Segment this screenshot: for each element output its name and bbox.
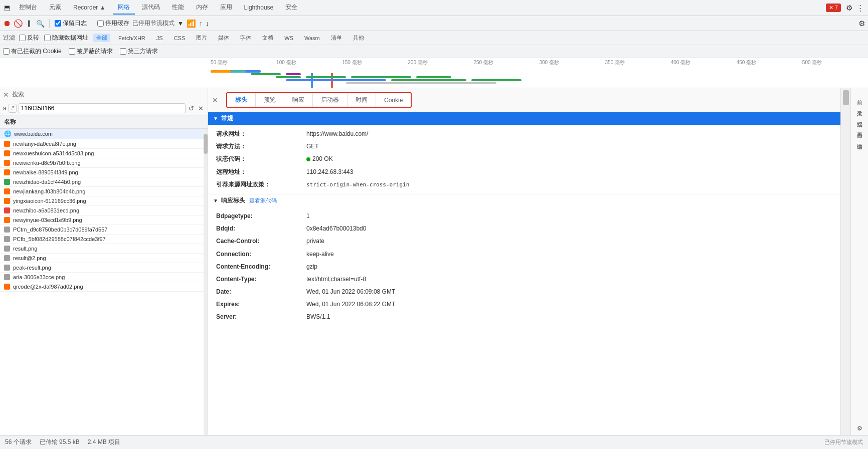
blocked-cookie-checkbox[interactable]: 有已拦截的 Cookie (3, 47, 62, 56)
search-icon[interactable]: 🔍 (36, 20, 44, 28)
list-item[interactable]: 🌐www.baidu.com (0, 129, 204, 139)
tab-memory[interactable]: 内存 (191, 1, 213, 15)
filter-doc[interactable]: 文档 (259, 34, 276, 42)
tab-preview[interactable]: 预览 (256, 93, 284, 107)
list-item[interactable]: yingxiaoicon-612169cc36.png (0, 196, 204, 206)
search-refresh-btn[interactable]: ↺ (188, 104, 195, 113)
list-item[interactable]: qrcode@2x-daf987ad02.png (0, 282, 204, 292)
detail-scrollbar[interactable] (840, 88, 850, 435)
download-icon[interactable]: ↓ (206, 20, 209, 28)
general-section-label: 常规 (221, 114, 233, 123)
upload-icon[interactable]: ↑ (199, 20, 203, 28)
tab-sources[interactable]: 源代码 (137, 1, 165, 15)
list-item-text: aria-3006e33cce.png (13, 274, 65, 280)
search-input-row: ✕ 搜索 (0, 88, 208, 101)
filter-font[interactable]: 字体 (237, 34, 254, 42)
list-item[interactable]: aria-3006e33cce.png (0, 273, 204, 282)
list-item-text: newzhidao-da1cf444b0.png (13, 179, 81, 185)
name-list-header: 名称 (0, 116, 208, 129)
network-settings-icon[interactable]: ⚙ (858, 19, 865, 28)
filter-img[interactable]: 图片 (193, 34, 210, 42)
detail-close-icon[interactable]: ✕ (212, 96, 218, 104)
tab-application[interactable]: 应用 (215, 1, 237, 15)
name-list-scrollbar[interactable] (204, 129, 208, 435)
hide-data-url-checkbox[interactable]: 隐藏数据网址 (44, 34, 88, 42)
right-note-5: 面请 (855, 136, 864, 142)
filter-css[interactable]: CSS (171, 35, 189, 42)
right-gear-icon[interactable]: ⚙ (857, 425, 862, 432)
record-button[interactable]: ⏺ (3, 20, 11, 28)
filter-media[interactable]: 媒体 (215, 34, 232, 42)
response-header-value: 1 (306, 211, 310, 221)
tab-console[interactable]: 控制台 (14, 1, 42, 15)
bottom-right-info: 已停用节流模式 (824, 438, 863, 446)
search-regex-toggle[interactable]: .* (9, 104, 17, 113)
more-icon[interactable]: ⋮ (856, 4, 864, 13)
list-item[interactable]: newbaike-889054f349.png (0, 168, 204, 177)
tab-headers[interactable]: 标头 (227, 93, 256, 107)
list-item[interactable]: newwenku-d8c9b7b0fb.png (0, 158, 204, 168)
error-badge[interactable]: ✕ 7 (826, 4, 841, 12)
list-item[interactable]: PCtm_d9c8750bed0b3c7d089fa7d557 (0, 225, 204, 235)
settings-icon[interactable]: ⚙ (846, 4, 852, 13)
restore-icon[interactable]: ⬒ (4, 4, 10, 12)
tab-performance[interactable]: 性能 (167, 1, 189, 15)
clear-button[interactable]: 🚫 (14, 20, 22, 28)
view-source-link[interactable]: 查看源代码 (249, 197, 277, 204)
list-item-text: PCtm_d9c8750bed0b3c7d089fa7d557 (13, 227, 107, 233)
list-item[interactable]: result@2.png (0, 254, 204, 263)
filter-fetch-xhr[interactable]: Fetch/XHR (115, 35, 148, 42)
third-party-checkbox[interactable]: 第三方请求 (120, 47, 158, 56)
right-side-panel: 前 又个注 后次绉 面再 面请 ⚙ (850, 88, 868, 435)
throttle-dropdown-icon[interactable]: ▼ (178, 20, 184, 27)
file-icon (4, 284, 10, 290)
filter-ws[interactable]: WS (281, 35, 296, 42)
filter-js[interactable]: JS (153, 35, 166, 42)
request-count: 56 个请求 (5, 438, 32, 446)
list-item[interactable]: newyinyue-03ecd1e9b9.png (0, 215, 204, 225)
disable-cache-checkbox[interactable]: 停用缓存 (97, 19, 129, 28)
preserve-log-checkbox[interactable]: 保留日志 (55, 19, 87, 28)
network-toolbar: ⏺ 🚫 ⏽ 🔍 保留日志 停用缓存 已停用节流模式 ▼ 📶 ↑ ↓ ⚙ (0, 16, 868, 31)
blocked-requests-checkbox[interactable]: 被屏蔽的请求 (69, 47, 113, 56)
list-item[interactable]: peak-result.png (0, 263, 204, 273)
detail-scrollbar-thumb (843, 90, 849, 105)
timeline-500ms: 500 毫秒 (802, 59, 868, 66)
right-note-3: 后次绉 (855, 114, 864, 120)
timeline-400ms: 400 毫秒 (671, 59, 737, 66)
list-item[interactable]: newxueshuicon-a5314d5c83.png (0, 149, 204, 158)
filter-manifest[interactable]: 清单 (328, 34, 345, 42)
tab-elements[interactable]: 元素 (44, 1, 66, 15)
tab-response[interactable]: 响应 (284, 93, 313, 107)
list-item[interactable]: newjiankang-f03b804b4b.png (0, 187, 204, 196)
list-item[interactable]: newzhibo-a6a0831ecd.png (0, 206, 204, 215)
detail-content: ▼ 常规 请求网址： https://www.baidu.com/ 请求方法： … (208, 112, 840, 435)
list-item[interactable]: newfanyi-da0cea8f7e.png (0, 139, 204, 149)
tab-recorder[interactable]: Recorder ▲ (68, 2, 111, 14)
tab-cookie[interactable]: Cookie (376, 94, 411, 106)
search-input[interactable] (21, 105, 183, 112)
general-section-header[interactable]: ▼ 常规 (208, 112, 840, 125)
filter-label: 过滤 (3, 34, 15, 42)
file-icon (4, 265, 10, 271)
file-icon (4, 274, 10, 280)
response-headers-section-header[interactable]: ▼ 响应标头 查看源代码 (208, 194, 840, 207)
tab-network[interactable]: 网络 (113, 1, 135, 15)
list-item[interactable]: result.png (0, 244, 204, 254)
list-item-text: newyinyue-03ecd1e9b9.png (13, 217, 82, 223)
search-close-icon[interactable]: ✕ (3, 91, 9, 99)
tab-initiator[interactable]: 启动器 (313, 93, 348, 107)
filter-other[interactable]: 其他 (350, 34, 367, 42)
list-item[interactable]: newzhidao-da1cf444b0.png (0, 177, 204, 187)
filter-wasm[interactable]: Wasm (301, 35, 323, 42)
tab-security[interactable]: 安全 (280, 1, 302, 15)
list-item[interactable]: PCfb_5bf082d29588c07f842ccde3f97 (0, 235, 204, 244)
search-clear-btn[interactable]: ✕ (197, 104, 205, 113)
timeline-450ms: 450 毫秒 (737, 59, 802, 66)
filter-all[interactable]: 全部 (93, 34, 110, 42)
tab-timing[interactable]: 时间 (348, 93, 376, 107)
filter-toggle-icon[interactable]: ⏽ (25, 20, 33, 28)
stream-mode-label: 已停用节流模式 (132, 19, 175, 28)
invert-checkbox[interactable]: 反转 (19, 34, 39, 42)
tab-lighthouse[interactable]: Lighthouse (239, 2, 279, 14)
